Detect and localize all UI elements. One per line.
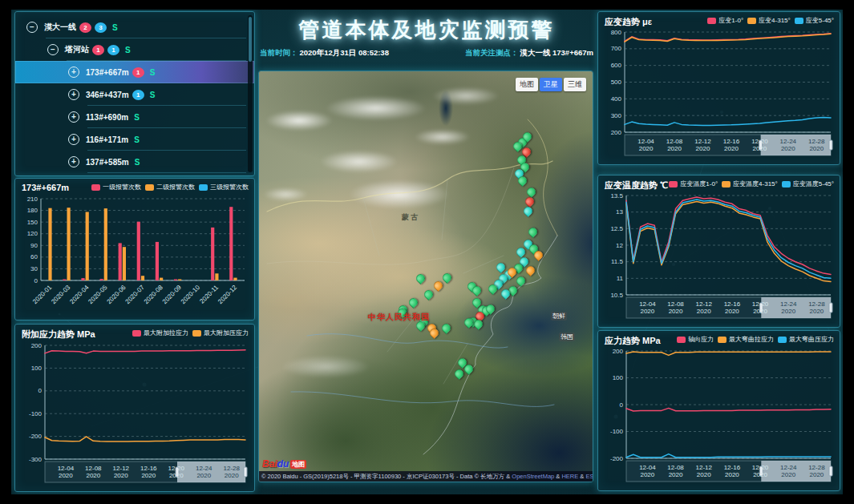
map-marker-cyan[interactable] bbox=[522, 205, 535, 218]
expand-icon[interactable]: + bbox=[68, 67, 79, 78]
legend-item[interactable]: 轴向应力 bbox=[677, 335, 714, 344]
svg-text:210: 210 bbox=[27, 196, 38, 203]
strain-chart[interactable]: 80070060050040030020012-04202012-0820201… bbox=[601, 28, 837, 159]
svg-text:2020: 2020 bbox=[169, 472, 184, 479]
sidebar-item-label: 塔河站 bbox=[65, 44, 89, 55]
sidebar-item-116#+171m[interactable]: +116#+171mS bbox=[15, 128, 254, 151]
sidebar-item-137#+585m[interactable]: +137#+585mS bbox=[15, 151, 254, 173]
sidebar-scrollbar-thumb[interactable] bbox=[249, 17, 252, 62]
collapse-icon[interactable]: − bbox=[26, 22, 38, 33]
legend-label: 应变5-45° bbox=[806, 16, 834, 25]
alarm-badge-blue: 3 bbox=[95, 22, 107, 33]
legend-label: 应变温度1-0° bbox=[680, 179, 718, 188]
legend-item[interactable]: 一级报警次数 bbox=[91, 183, 141, 192]
legend-item[interactable]: 最大弯曲压应力 bbox=[778, 335, 834, 344]
sidebar-item-113#+690m[interactable]: +113#+690mS bbox=[15, 106, 254, 128]
map-panel[interactable]: 地图 卫星 三维 中华人民共和国 蒙古朝鲜韩国 Baidu地图 © 2020 B… bbox=[258, 71, 593, 482]
legend-item[interactable]: 应变温度1-0° bbox=[669, 179, 718, 188]
svg-text:12-20: 12-20 bbox=[751, 138, 768, 145]
svg-text:11: 11 bbox=[617, 275, 624, 282]
attribution-link[interactable]: HERE bbox=[561, 473, 578, 480]
focus-point-value: 漠大一线 173#+667m bbox=[520, 48, 593, 57]
alarm-badge-red: 1 bbox=[92, 45, 104, 55]
expand-icon[interactable]: + bbox=[68, 89, 79, 100]
svg-text:2020: 2020 bbox=[753, 471, 767, 478]
svg-text:12-24: 12-24 bbox=[780, 464, 797, 471]
legend-label: 轴向应力 bbox=[688, 335, 714, 344]
expand-icon[interactable]: + bbox=[68, 111, 79, 123]
stress-chart[interactable]: 2001000-100-20012-04202012-08202012-1220… bbox=[601, 347, 837, 486]
svg-text:2020: 2020 bbox=[725, 308, 739, 315]
legend-item[interactable]: 最大附加压应力 bbox=[192, 329, 249, 337]
legend-label: 应变温度5-45° bbox=[793, 179, 834, 188]
legend-item[interactable]: 应变温度4-315° bbox=[722, 179, 778, 188]
expand-icon[interactable]: + bbox=[68, 156, 79, 167]
collapse-icon[interactable]: − bbox=[47, 44, 59, 55]
map-marker-green[interactable] bbox=[527, 226, 540, 239]
map-type-switcher: 地图 卫星 三维 bbox=[516, 78, 586, 91]
map-marker-green[interactable] bbox=[440, 322, 453, 335]
map-marker-green[interactable] bbox=[525, 186, 538, 199]
map-btn-map[interactable]: 地图 bbox=[516, 78, 538, 91]
map-btn-3d[interactable]: 三维 bbox=[564, 78, 586, 91]
svg-text:2020: 2020 bbox=[697, 471, 711, 478]
attribution-link[interactable]: OpenStreetMap bbox=[512, 473, 554, 480]
sidebar-scrollbar[interactable] bbox=[248, 15, 253, 172]
expand-icon[interactable]: + bbox=[68, 134, 79, 145]
map-btn-satellite[interactable]: 卫星 bbox=[540, 78, 562, 91]
legend-label: 应变温度4-315° bbox=[733, 179, 778, 188]
legend-item[interactable]: 最大弯曲拉应力 bbox=[718, 335, 774, 344]
svg-text:200: 200 bbox=[611, 129, 622, 136]
svg-text:90: 90 bbox=[30, 242, 38, 249]
sidebar-item-塔河站[interactable]: −塔河站11S bbox=[15, 38, 254, 61]
map-marker-green[interactable] bbox=[423, 288, 435, 301]
legend-swatch bbox=[795, 18, 803, 24]
legend-swatch bbox=[722, 181, 731, 187]
additional-stress-legend: 最大附加拉应力最大附加压应力 bbox=[132, 329, 249, 337]
legend-item[interactable]: 应变4-315° bbox=[747, 16, 791, 25]
map-marker-green[interactable] bbox=[515, 275, 528, 288]
current-time-value: 2020年12月31日 08:52:38 bbox=[300, 48, 389, 57]
legend-item[interactable]: 三级报警次数 bbox=[199, 183, 249, 192]
map-marker-green[interactable] bbox=[441, 272, 454, 284]
svg-text:12-20: 12-20 bbox=[752, 300, 769, 308]
svg-text:2020-09: 2020-09 bbox=[161, 284, 184, 306]
svg-text:12-12: 12-12 bbox=[695, 300, 712, 308]
svg-text:12-12: 12-12 bbox=[694, 138, 711, 145]
svg-text:12-28: 12-28 bbox=[808, 300, 825, 308]
legend-item[interactable]: 应变1-0° bbox=[707, 16, 743, 25]
sidebar-item-label: 346#+437m bbox=[86, 91, 129, 99]
svg-text:2020: 2020 bbox=[640, 308, 654, 315]
dashboard: 管道本体及地灾监测预警 当前时间：2020年12月31日 08:52:38 当前… bbox=[11, 10, 843, 494]
map-marker-red[interactable] bbox=[524, 196, 536, 208]
legend-item[interactable]: 最大附加拉应力 bbox=[132, 329, 188, 337]
map-marker-green[interactable] bbox=[407, 296, 420, 309]
svg-text:150: 150 bbox=[27, 219, 38, 226]
alarm-bar-chart[interactable]: 03060901201501802102020-012020-032020-04… bbox=[18, 192, 251, 311]
svg-text:12.5: 12.5 bbox=[610, 225, 623, 232]
map-marker-orange[interactable] bbox=[524, 264, 537, 277]
legend-swatch bbox=[718, 337, 727, 343]
additional-stress-chart[interactable]: 2001000-100-200-30012-04202012-08202012-… bbox=[18, 341, 252, 486]
svg-text:-200: -200 bbox=[610, 455, 624, 462]
legend-item[interactable]: 二级报警次数 bbox=[145, 183, 195, 192]
legend-label: 三级报警次数 bbox=[210, 183, 249, 192]
sidebar-item-346#+437m[interactable]: +346#+437m1S bbox=[15, 83, 254, 106]
attribution-link[interactable]: ESO bbox=[585, 473, 593, 480]
sidebar-item-漠大一线[interactable]: −漠大一线23S bbox=[15, 16, 254, 38]
stress-legend: 轴向应力最大弯曲拉应力最大弯曲压应力 bbox=[677, 335, 834, 344]
svg-text:12-16: 12-16 bbox=[724, 464, 741, 471]
alarm-chart-title: 173#+667m bbox=[22, 183, 69, 192]
stress-panel: 应力趋势 MPa 轴向应力最大弯曲拉应力最大弯曲压应力 2001000-100-… bbox=[597, 330, 840, 491]
legend-item[interactable]: 应变温度5-45° bbox=[782, 179, 834, 188]
legend-label: 最大弯曲拉应力 bbox=[729, 335, 774, 344]
map-marker-orange[interactable] bbox=[432, 280, 445, 292]
legend-label: 一级报警次数 bbox=[103, 183, 141, 192]
legend-swatch bbox=[707, 18, 716, 24]
svg-text:2020: 2020 bbox=[141, 472, 156, 479]
sidebar-item-173#+667m[interactable]: +173#+667m1S bbox=[15, 61, 254, 83]
legend-item[interactable]: 应变5-45° bbox=[795, 16, 834, 25]
additional-stress-title: 附加应力趋势 MPa bbox=[22, 329, 95, 341]
strain-temp-chart[interactable]: 13.51312.51211.51110.512-04202012-082020… bbox=[601, 192, 837, 322]
map-marker-green[interactable] bbox=[415, 272, 427, 285]
